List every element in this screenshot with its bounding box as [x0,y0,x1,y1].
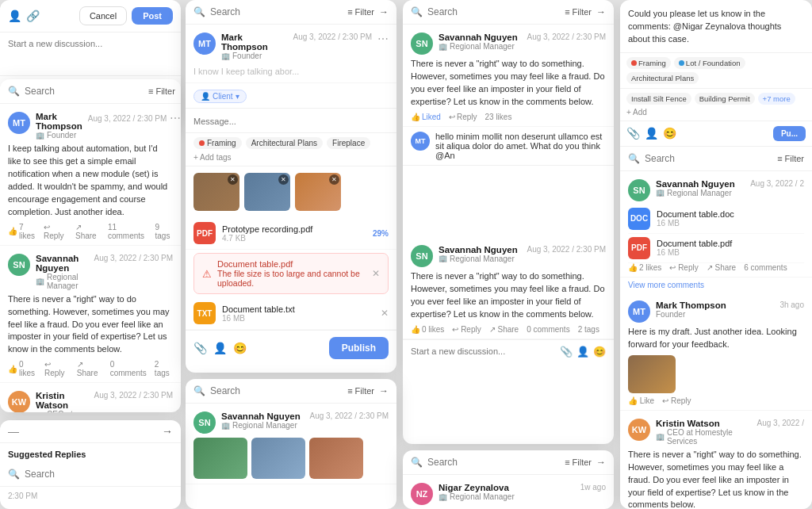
pdf-icon: PDF [193,222,216,244]
search-input[interactable] [25,86,144,97]
tag-silt[interactable]: Install Silt Fence [626,93,691,105]
share-action[interactable]: ↗ Share [489,325,519,334]
view-more-button[interactable]: View more comments [620,277,812,293]
tag-framing[interactable]: Framing [193,137,242,149]
like-action[interactable]: 👍 0 likes [8,360,36,377]
dash-icon: — [8,425,19,438]
arrow-right-button[interactable]: → [180,86,181,97]
post-item: SN Savannah Nguyen 🏢 Regional Manager Au… [186,404,396,484]
search-input[interactable] [210,385,343,396]
right-panel: Could you please let us know in the comm… [620,0,812,509]
attachment-icon[interactable]: 📎 [193,342,207,354]
add-tags-button[interactable]: + Add tags [193,153,232,162]
second-col-bottom-panel: 🔍 ≡ Filter → SN Savannah Nguyen 🏢 Region… [186,379,396,509]
reply-action[interactable]: ↩ Reply [669,263,698,272]
post-button[interactable]: Post [132,7,173,25]
post-meta: Kristin Watson 🏢 CEO at Homestyle Servic… [36,391,88,412]
filter-button[interactable]: ≡ Filter [148,86,175,96]
right-tags-row-2: Install Silt Fence Building Permit +7 mo… [620,89,812,121]
share-action[interactable]: ↗ Share [707,263,736,272]
share-action[interactable]: ↗ Share [75,223,100,240]
attachment-icon[interactable]: 📎 [626,127,640,140]
filter-icon: ≡ [565,7,569,17]
publish-button-sm[interactable]: Pu... [773,126,806,141]
like-count: 23 likes [485,113,511,121]
person-icon[interactable]: 👤 [645,127,658,140]
post-actions: 👍 0 likes ↩ Reply ↗ Share 0 comments 2 t… [411,325,606,334]
post-meta: Savannah Nguyen 🏢 Regional Manager [221,411,304,430]
tag-framing[interactable]: Framing [626,57,671,69]
filter-button[interactable]: ≡ Filter [347,7,374,17]
tags-row: Framing Architectural Plans Fireplace + … [186,133,396,166]
filter-button[interactable]: ≡ Filter [565,7,592,17]
compose-icons: 📎 👤 😊 [560,346,606,358]
role-icon: 🏢 [221,422,230,430]
like-action[interactable]: 👍 7 likes [8,223,36,240]
comments-count: 0 comments [527,325,569,334]
share-action[interactable]: ↗ Share [77,360,102,377]
comment-item: MT Mark Thompson Founder 3h ago Here is … [620,293,812,411]
cancel-button[interactable]: Cancel [79,6,127,25]
reply-action[interactable]: ↩ Reply [662,396,691,405]
message-input[interactable] [193,117,389,126]
file-meta: Document table.doc 16 MB [657,209,804,228]
search-input[interactable] [427,6,560,17]
file-error-row: ⚠ Document table.pdf The file size is to… [193,253,389,294]
filter-button[interactable]: ≡ Filter [565,457,592,467]
liked-action[interactable]: 👍 Liked [411,113,441,121]
tag-lot[interactable]: Lot / Foundation [674,57,745,69]
emoji-icon[interactable]: 😊 [663,127,676,140]
more-menu-icon[interactable]: ⋯ [377,33,389,45]
search-icon: 🔍 [8,469,20,480]
person-icon: 👤 [8,10,21,22]
attachment-icon[interactable]: 📎 [560,346,573,358]
post-item: NZ Nigar Zeynalova 🏢 Regional Manager 1w… [403,475,614,509]
search-input[interactable] [645,153,772,164]
role-icon: 🏢 [439,493,447,501]
tag-fireplace[interactable]: Fireplace [327,137,370,149]
compose-input[interactable] [0,33,181,72]
compose-toolbar: 📎 👤 😊 [193,342,247,354]
search-input[interactable] [210,6,343,17]
person-icon[interactable]: 👤 [576,346,589,358]
arrow-icon[interactable]: → [162,425,173,438]
publish-button[interactable]: Publish [329,337,389,359]
role-icon: 🏢 [656,189,665,197]
add-tag-button[interactable]: + Add [626,108,647,117]
like-action[interactable]: 👍 Like [628,396,654,405]
tag-architectural[interactable]: Architectural Plans [246,137,323,149]
arrow-right-button[interactable]: → [379,385,389,396]
arrow-right-button[interactable]: → [379,6,389,17]
emoji-icon[interactable]: 😊 [593,346,606,358]
person-icon[interactable]: 👤 [213,342,227,354]
reply-action[interactable]: ↩ Reply [44,223,67,240]
tag-permit[interactable]: Building Permit [695,93,755,105]
filter-button[interactable]: ≡ Filter [347,386,374,396]
reply-action[interactable]: ↩ Reply [44,360,69,377]
reply-action[interactable]: ↩ Reply [449,113,477,121]
arrow-right-button[interactable]: → [596,6,606,17]
like-action[interactable]: 👍 2 likes [628,263,661,272]
post-meta: Kristin Watson 🏢 CEO at Homestyle Servic… [656,419,752,446]
search-input[interactable] [427,457,560,468]
client-badge[interactable]: 👤 Client ▾ [193,90,247,103]
more-tags-button[interactable]: +7 more [758,93,795,105]
compose-input[interactable] [411,346,555,356]
file-row: DOC Document table.doc 16 MB [628,205,804,234]
like-action[interactable]: 👍 0 likes [411,325,444,334]
arrow-right-button[interactable]: → [596,457,606,468]
more-menu-icon[interactable]: ⋯ [170,112,181,124]
filter-button[interactable]: ≡ Filter [777,154,804,163]
link-icon: 🔗 [26,10,40,22]
remove-thumbnail-button[interactable]: ✕ [278,174,289,185]
file-error-meta: Document table.pdf The file size is too … [217,259,366,288]
close-error-button[interactable]: ✕ [372,268,380,279]
remove-thumbnail-button[interactable]: ✕ [228,174,238,185]
emoji-icon[interactable]: 😊 [233,342,247,354]
remove-file-button[interactable]: ✕ [381,308,389,319]
search-input[interactable] [25,469,173,480]
tag-architectural[interactable]: Architectural Plans [626,72,699,84]
reply-action[interactable]: ↩ Reply [452,325,481,334]
pdf-icon: PDF [628,237,650,259]
remove-thumbnail-button[interactable]: ✕ [329,174,339,185]
